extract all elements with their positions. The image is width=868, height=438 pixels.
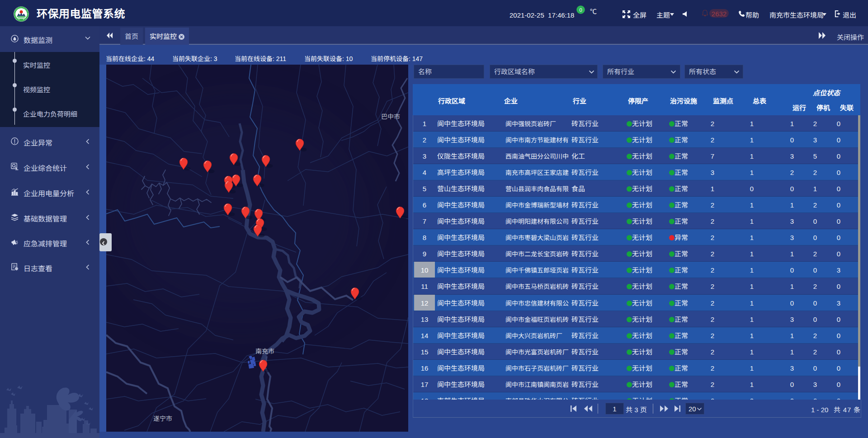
svg-text:0: 0 (579, 7, 582, 13)
